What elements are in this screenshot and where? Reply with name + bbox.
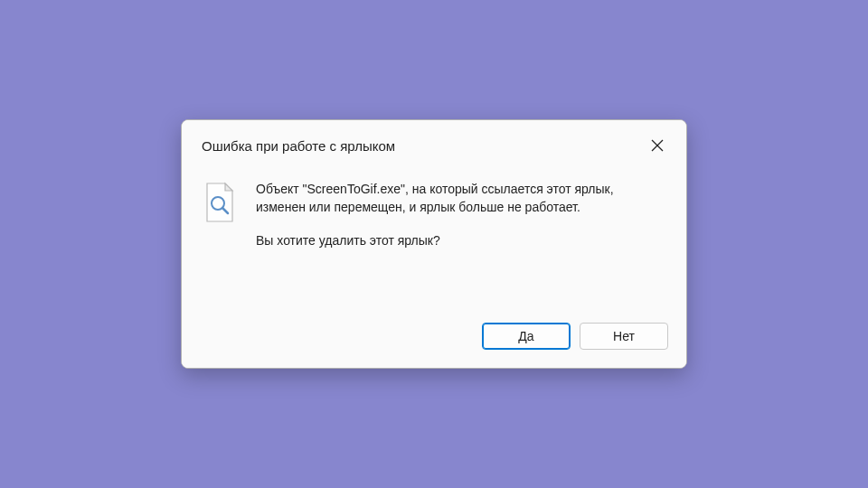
- button-row: Да Нет: [182, 312, 686, 368]
- dialog-title: Ошибка при работе с ярлыком: [202, 138, 395, 154]
- error-dialog: Ошибка при работе с ярлыком Объект "Scre…: [181, 119, 687, 369]
- message-column: Объект "ScreenToGif.exe", на который ссы…: [256, 180, 665, 290]
- no-button[interactable]: Нет: [580, 323, 668, 350]
- file-search-icon: [203, 182, 236, 223]
- close-button[interactable]: [645, 133, 670, 158]
- yes-button[interactable]: Да: [482, 323, 571, 350]
- close-icon: [651, 139, 664, 152]
- message-main: Объект "ScreenToGif.exe", на который ссы…: [256, 180, 665, 217]
- dialog-content: Объект "ScreenToGif.exe", на который ссы…: [182, 167, 686, 312]
- titlebar: Ошибка при работе с ярлыком: [182, 120, 686, 167]
- message-question: Вы хотите удалить этот ярлык?: [256, 231, 665, 249]
- icon-column: [203, 180, 240, 290]
